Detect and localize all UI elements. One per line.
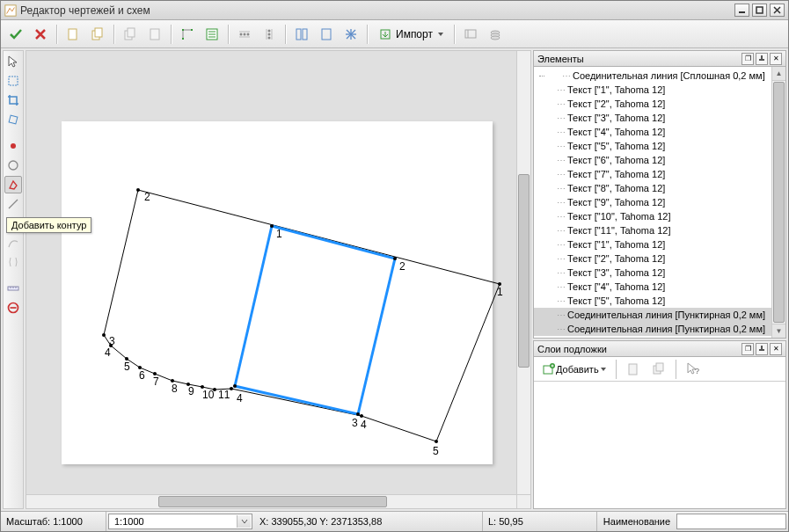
chevron-down-icon[interactable] xyxy=(237,515,251,528)
panel-close-button[interactable]: ✕ xyxy=(770,343,782,355)
svg-rect-0 xyxy=(5,4,16,15)
scroll-up-icon[interactable]: ▲ xyxy=(772,67,785,81)
tree-branch-icon: ⋯ xyxy=(557,85,566,95)
import-button[interactable]: Импорт xyxy=(372,23,449,46)
separator-icon xyxy=(616,360,617,379)
tree-item[interactable]: ⋯Текст ["1", Tahoma 12] xyxy=(534,83,785,97)
bracket-tool[interactable] xyxy=(4,253,22,271)
tree-item[interactable]: ⋯Текст ["5", Tahoma 12] xyxy=(534,139,785,153)
tree-item[interactable]: ⋯Текст ["10", Tahoma 12] xyxy=(534,209,785,223)
select-rect-tool[interactable] xyxy=(4,72,22,90)
stamp-button[interactable] xyxy=(459,23,482,46)
ruler-tool[interactable] xyxy=(4,280,22,297)
layers-list[interactable] xyxy=(534,382,785,508)
delete-tool[interactable] xyxy=(4,299,22,317)
svg-point-46 xyxy=(136,188,140,192)
status-bar: Масштаб: 1:1000 1:1000 X: 339055,30 Y: 2… xyxy=(1,511,788,531)
scrollbar-thumb[interactable] xyxy=(773,82,785,323)
status-name-input[interactable] xyxy=(676,514,786,529)
tree-item[interactable]: ⋯Текст ["4", Tahoma 12] xyxy=(534,280,785,294)
pointer-tool[interactable] xyxy=(4,53,22,70)
scale-value: 1:1000 xyxy=(114,516,144,527)
cancel-button[interactable] xyxy=(29,23,52,46)
page-button[interactable] xyxy=(315,23,338,46)
tree-branch-icon: ⋯ xyxy=(557,170,566,179)
tree-item[interactable]: ⋯Текст ["6", Tahoma 12] xyxy=(534,153,785,167)
panel-detach-button[interactable]: ❐ xyxy=(742,343,754,355)
tree-item[interactable]: ⋯Текст ["2", Tahoma 12] xyxy=(534,251,785,266)
tree-item[interactable]: ⋯Текст ["8", Tahoma 12] xyxy=(534,181,785,195)
scroll-down-icon[interactable]: ▼ xyxy=(772,324,785,338)
tree-item[interactable]: ⋯Текст ["5", Tahoma 12] xyxy=(534,294,785,308)
snowflake-button[interactable] xyxy=(340,23,362,46)
tree-item[interactable]: ⋯Текст ["3", Tahoma 12] xyxy=(534,111,785,125)
duplicate-button[interactable] xyxy=(86,23,109,46)
svg-point-19 xyxy=(268,29,271,32)
app-icon xyxy=(4,4,17,17)
minimize-button[interactable] xyxy=(734,4,749,17)
main-toolbar: Импорт xyxy=(1,20,788,48)
canvas-scrollbar-horizontal[interactable] xyxy=(26,494,516,508)
point-tool[interactable] xyxy=(4,137,22,155)
paste-button[interactable] xyxy=(143,23,166,46)
scrollbar-thumb[interactable] xyxy=(518,174,530,368)
vertex-label: 1 xyxy=(276,228,282,240)
separator-icon xyxy=(285,25,286,44)
transform-button[interactable] xyxy=(176,23,199,46)
curve-tool[interactable] xyxy=(4,234,22,251)
layout-cols-button[interactable] xyxy=(290,23,313,46)
app-window: Редактор чертежей и схем Импорт xyxy=(0,0,789,532)
polygon-tool[interactable] xyxy=(4,176,22,193)
circle-tool[interactable] xyxy=(4,157,22,174)
panel-detach-button[interactable]: ❐ xyxy=(742,53,754,65)
spread-h-button[interactable] xyxy=(233,23,256,46)
tree-item[interactable]: ⋯Текст ["4", Tahoma 12] xyxy=(534,125,785,139)
tree-item[interactable]: ⋯Соединительная линия [Пунктирная 0,2 мм… xyxy=(534,308,785,322)
tree-item[interactable]: ⋯Текст ["7", Tahoma 12] xyxy=(534,167,785,181)
tree-item[interactable]: ⋯Соединительная линия [Сплошная 0,2 мм] xyxy=(534,69,785,83)
list-button[interactable] xyxy=(201,23,223,46)
tree-item[interactable]: ⋯Текст ["11", Tahoma 12] xyxy=(534,223,785,237)
layer-doc-button[interactable] xyxy=(622,360,645,379)
add-layer-button[interactable]: Добавить xyxy=(537,360,610,379)
maximize-button[interactable] xyxy=(752,4,767,17)
tree-branch-icon: ⋯ xyxy=(557,212,566,222)
separator-icon xyxy=(676,360,676,379)
line-tool[interactable] xyxy=(4,195,22,213)
tree-item[interactable]: ⋯Текст ["2", Tahoma 12] xyxy=(534,97,785,111)
scale-combobox[interactable]: 1:1000 xyxy=(108,514,252,529)
panel-pin-button[interactable] xyxy=(756,343,768,355)
spread-v-button[interactable] xyxy=(258,23,281,46)
panel-pin-button[interactable] xyxy=(756,53,768,65)
elements-tree[interactable]: ⋯Соединительная линия [Сплошная 0,2 мм]⋯… xyxy=(534,67,785,338)
vertex-label: 7 xyxy=(153,375,159,388)
crop-tool[interactable] xyxy=(4,91,22,109)
tree-item[interactable]: ⋯Текст ["3", Tahoma 12] xyxy=(534,266,785,280)
svg-line-39 xyxy=(9,200,18,208)
separator-icon xyxy=(113,25,114,44)
tree-item-label: Соединительная линия [Сплошная 0,2 мм] xyxy=(573,70,765,81)
layer-copy-button[interactable] xyxy=(647,360,670,379)
status-name-label: Наименование xyxy=(597,512,676,531)
layer-help-button[interactable]: ? xyxy=(682,360,705,379)
svg-point-34 xyxy=(491,36,500,40)
scrollbar-thumb[interactable] xyxy=(158,496,387,507)
tree-branch-icon: ⋯ xyxy=(557,296,566,306)
chevron-down-icon xyxy=(438,33,443,36)
close-button[interactable] xyxy=(770,4,785,17)
right-panels: Элементы ❐ ✕ ⋯Соединительная линия [Спло… xyxy=(533,50,786,509)
window-title: Редактор чертежей и схем xyxy=(20,4,734,17)
rotate-crop-tool[interactable] xyxy=(4,111,22,128)
canvas[interactable]: 2121345678910114345 xyxy=(26,51,530,508)
new-button[interactable] xyxy=(62,23,84,46)
panel-close-button[interactable]: ✕ xyxy=(770,53,782,65)
tree-item-label: Текст ["10", Tahoma 12] xyxy=(567,211,670,222)
canvas-scrollbar-vertical[interactable] xyxy=(516,51,530,494)
accept-button[interactable] xyxy=(4,23,27,46)
layers-button[interactable] xyxy=(484,23,507,46)
panel-scrollbar[interactable]: ▲ ▼ xyxy=(771,67,785,338)
copy-button[interactable] xyxy=(119,23,142,46)
tree-item[interactable]: ⋯Соединительная линия [Пунктирная 0,2 мм… xyxy=(534,322,785,336)
tree-item[interactable]: ⋯Текст ["9", Tahoma 12] xyxy=(534,195,785,209)
tree-item[interactable]: ⋯Текст ["1", Tahoma 12] xyxy=(534,237,785,251)
